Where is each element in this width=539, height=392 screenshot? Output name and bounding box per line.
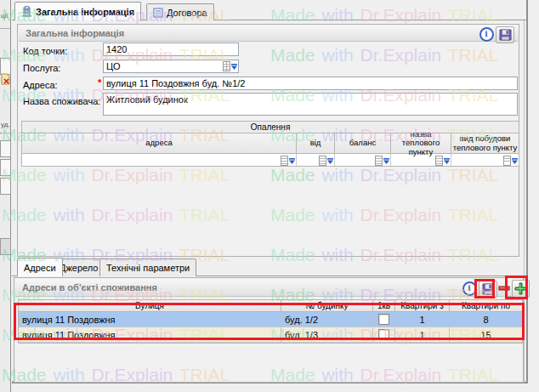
filter-cell[interactable]: [334, 154, 390, 166]
single-apt-cell: [372, 312, 394, 327]
column-header-budynok[interactable]: № будинку: [281, 300, 372, 311]
sliver-text-fragment-2: уд.: [1, 121, 10, 128]
general-info-panel: Загальна інформація i Код точки: 1420 По…: [17, 24, 519, 257]
save-icon[interactable]: [496, 26, 514, 43]
posluga-combo[interactable]: ЦО: [103, 60, 239, 73]
tab-label: Адреси: [24, 263, 56, 273]
column-header-vulytsia[interactable]: Вулиця: [19, 300, 281, 311]
tab-zagalna-informacia[interactable]: Загальна інформація: [14, 2, 141, 20]
tab-tekhnichni-parametry[interactable]: Технічні параметри: [99, 258, 196, 276]
nazva-spozhyvacha-label: Назва споживача:: [23, 96, 100, 106]
street-cell[interactable]: вулиця 11 Поздовжня: [19, 312, 281, 327]
kod-tochky-input[interactable]: 1420: [103, 43, 239, 56]
tab-adresy[interactable]: Адреси: [17, 258, 63, 276]
table-row[interactable]: вулиця 11 Поздовжня буд. 1/3 1 15: [19, 327, 522, 343]
info-icon[interactable]: i: [461, 281, 478, 296]
posluga-label: Послуга:: [23, 63, 60, 73]
sliver-dotted-divider: [0, 133, 10, 134]
combo-dropdown-icon[interactable]: [435, 155, 450, 166]
addresses-panel: Адреси в об'єкті споживання i Вулиця № б…: [14, 277, 524, 383]
tab-label: Договора: [167, 8, 207, 18]
apartments-from-cell[interactable]: 1: [394, 312, 449, 327]
apartments-from-cell[interactable]: 1: [394, 327, 449, 342]
column-header-vid[interactable]: від: [296, 134, 334, 153]
addresses-table: Вулиця № будинку 1кв Квартири з Квартири…: [18, 299, 523, 344]
column-header-balans[interactable]: баланс: [334, 134, 390, 153]
sliver-panel-strip: [0, 159, 11, 176]
sliver-toolbar-button: [0, 58, 11, 75]
combo-dropdown-icon[interactable]: [375, 155, 389, 166]
tab-label: Джерело: [60, 263, 98, 273]
required-marker: *: [98, 77, 101, 88]
building-cell[interactable]: буд. 1/3: [281, 327, 372, 342]
column-header-kvartyry-z[interactable]: Квартири з: [394, 300, 449, 311]
sliver-panel-strip: [0, 238, 11, 255]
adresa-input[interactable]: вулиця 11 Поздовжня буд. №1/2: [103, 77, 518, 90]
filter-cell[interactable]: [390, 154, 451, 166]
save-icon[interactable]: [479, 281, 497, 298]
remove-icon[interactable]: [496, 281, 513, 296]
combo-dropdown-icon[interactable]: [281, 155, 295, 166]
background-window-edge: ції уд.: [0, 0, 11, 392]
panel-title: Адреси в об'єкті споживання: [15, 282, 157, 293]
nazva-spozhyvacha-textarea[interactable]: Житловий будинок: [103, 93, 518, 116]
column-header-adresa[interactable]: адреса: [22, 134, 296, 153]
sliver-panel-strip: [0, 140, 11, 157]
sliver-panel-strip: [0, 178, 11, 195]
heating-table-filter-row: [22, 153, 519, 166]
table-row-selected[interactable]: вулиця 11 Поздовжня буд. 1/2 1 8: [19, 312, 522, 327]
building-cell[interactable]: буд. 1/2: [281, 312, 372, 327]
filter-cell[interactable]: [22, 154, 296, 166]
tab-label: Загальна інформація: [36, 7, 134, 17]
sliver-divider: [0, 28, 10, 29]
tab-dogovora[interactable]: Договора: [146, 3, 214, 20]
tabpage-right-edge: [524, 20, 525, 383]
screenshot-root: { "watermark": { "words": ["Made", "with…: [0, 0, 539, 392]
sliver-text-fragment: ції: [1, 12, 9, 20]
column-header-nazva-tp[interactable]: назва теплового пункту: [390, 134, 451, 153]
delete-document-icon: [1, 73, 10, 85]
add-icon[interactable]: [512, 280, 530, 298]
info-icon[interactable]: i: [478, 26, 495, 42]
heating-table: Опалення адреса від баланс назва теплово…: [21, 121, 519, 167]
addresses-panel-header: Адреси в об'єкті споживання: [15, 279, 522, 297]
column-header-vyd-tp[interactable]: вид побудови теплового пункту: [451, 134, 519, 153]
filter-cell[interactable]: [451, 154, 519, 166]
street-cell[interactable]: вулиця 11 Поздовжня: [19, 327, 281, 342]
building-icon: [21, 6, 32, 17]
column-header-kvartyry-po[interactable]: Квартири по: [449, 300, 522, 311]
combo-dropdown-icon[interactable]: [503, 155, 518, 166]
document-icon: [153, 8, 163, 18]
apartments-to-cell[interactable]: 15: [449, 327, 522, 342]
column-header-1kv[interactable]: 1кв: [372, 300, 394, 311]
row-checkbox[interactable]: [378, 314, 389, 325]
addresses-table-header: Вулиця № будинку 1кв Квартири з Квартири…: [19, 300, 522, 312]
general-info-panel-header: Загальна інформація: [19, 26, 518, 42]
filter-cell[interactable]: [296, 154, 334, 166]
combo-dropdown-icon[interactable]: [319, 155, 333, 166]
adresa-label: Адреса:: [23, 80, 58, 90]
kod-tochky-label: Код точки:: [23, 46, 67, 56]
heating-table-header: адреса від баланс назва теплового пункту…: [22, 134, 519, 153]
tab-label: Технічні параметри: [106, 263, 190, 273]
row-checkbox[interactable]: [378, 329, 389, 340]
apartments-to-cell[interactable]: 8: [449, 312, 522, 327]
single-apt-cell: [372, 327, 394, 342]
combo-dropdown-icon[interactable]: [223, 61, 237, 72]
panel-title: Загальна інформація: [19, 28, 124, 38]
